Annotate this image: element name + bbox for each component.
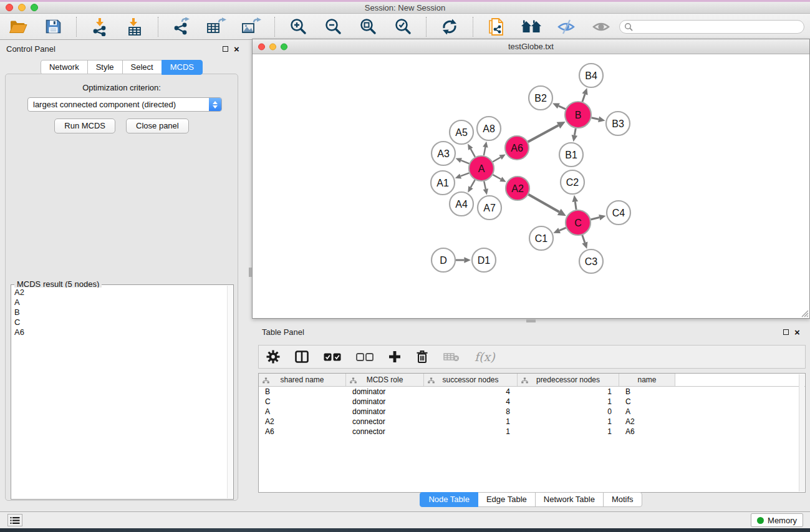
edge-A-A5[interactable] [471, 149, 475, 157]
close-window-button[interactable] [258, 43, 265, 50]
toolbar-separator [76, 17, 77, 37]
edge-A-A2[interactable] [493, 175, 501, 179]
zoom-fit-icon[interactable] [357, 16, 378, 37]
table-cell: 1 [424, 427, 518, 436]
app-titlebar: Session: New Session [0, 2, 810, 14]
clone-network-icon[interactable] [486, 16, 507, 37]
edge-A-A4[interactable] [471, 180, 475, 187]
tab-network[interactable]: Network [41, 60, 88, 75]
import-table-icon[interactable] [124, 16, 145, 37]
edge-arrowhead [572, 195, 579, 202]
table-row[interactable]: A6connector11A6 [259, 427, 805, 437]
gray-eye-icon[interactable] [591, 16, 612, 37]
zoom-in-icon[interactable] [287, 16, 309, 37]
table-scrollbar[interactable] [799, 374, 804, 491]
minimize-window-button[interactable] [18, 4, 26, 11]
edge-C-C2[interactable] [575, 201, 576, 210]
network-graph-canvas[interactable]: B4B2BB3A8A5A6A3B1AA1C2A2A4A7C4CC1C3DD1 [253, 54, 809, 318]
network-window-titlebar[interactable]: testGlobe.txt [253, 39, 809, 54]
edge-A-A8[interactable] [484, 147, 486, 155]
edge-C-C3[interactable] [582, 235, 585, 243]
zoom-window-button[interactable] [31, 4, 38, 11]
result-item[interactable]: A2 [12, 288, 226, 297]
run-mcds-button[interactable]: Run MCDS [54, 118, 115, 133]
float-panel-icon[interactable] [783, 329, 789, 335]
table-row[interactable]: Bdominator41B [259, 387, 805, 397]
edge-A-A7[interactable] [484, 181, 486, 190]
tab-style[interactable]: Style [87, 60, 123, 75]
close-window-button[interactable] [6, 4, 13, 11]
result-item[interactable]: A6 [12, 327, 226, 337]
result-scrollbar[interactable] [227, 286, 233, 498]
table-settings-gear-icon[interactable] [266, 347, 280, 366]
memory-button[interactable]: Memory [751, 513, 803, 527]
float-panel-icon[interactable] [223, 46, 228, 52]
tab-edge-table[interactable]: Edge Table [478, 492, 536, 507]
criterion-dropdown[interactable]: largest connected component (directed) [27, 97, 222, 112]
select-all-icon[interactable] [324, 347, 341, 366]
show-panels-list-button[interactable] [7, 514, 22, 526]
close-panel-button[interactable]: Close panel [126, 118, 189, 133]
search-input[interactable] [619, 20, 804, 34]
delete-column-icon[interactable] [416, 347, 428, 366]
table-cell: dominator [346, 407, 424, 416]
network-horizontal-scroll-thumb[interactable] [526, 319, 536, 322]
column-header-name[interactable]: name [619, 374, 675, 386]
memory-status-icon [757, 517, 764, 524]
export-image-icon[interactable] [241, 16, 262, 37]
export-table-icon[interactable] [206, 16, 227, 37]
table-cell: C [619, 397, 675, 406]
deselect-all-icon[interactable] [356, 347, 374, 366]
open-session-icon[interactable] [7, 16, 29, 37]
resize-grip[interactable] [800, 309, 809, 317]
home-views-icon[interactable] [521, 16, 542, 37]
refresh-icon[interactable] [439, 16, 460, 37]
node-label-A: A [478, 163, 485, 174]
tab-network-table[interactable]: Network Table [535, 492, 604, 507]
column-header-predecessor-nodes[interactable]: predecessor nodes [518, 374, 619, 386]
edge-B-B4[interactable] [582, 94, 585, 102]
zoom-out-icon[interactable] [322, 16, 344, 37]
minimize-window-button[interactable] [269, 43, 276, 50]
add-column-icon[interactable] [388, 347, 401, 366]
edge-B-B2[interactable] [559, 106, 566, 109]
tab-mcds[interactable]: MCDS [162, 60, 203, 75]
column-visibility-icon[interactable] [295, 347, 309, 366]
close-panel-icon[interactable]: × [794, 329, 800, 336]
result-item[interactable]: B [12, 307, 226, 317]
table-row[interactable]: A2connector11A2 [259, 417, 805, 427]
edge-A-A6[interactable] [493, 157, 500, 162]
function-builder-icon[interactable]: f(x) [475, 347, 495, 366]
edge-A2-C[interactable] [528, 195, 559, 212]
save-session-icon[interactable] [42, 16, 64, 37]
delete-table-icon[interactable] [443, 347, 460, 366]
edge-C-C1[interactable] [559, 228, 566, 230]
toolbar-separator [158, 17, 158, 37]
edge-A-A3[interactable] [461, 160, 469, 163]
table-cell: 8 [424, 407, 518, 416]
show-hide-blue-eye-icon[interactable] [556, 16, 577, 37]
column-header-successor-nodes[interactable]: successor nodes [424, 374, 518, 386]
result-item[interactable]: C [12, 317, 226, 327]
zoom-selected-icon[interactable] [392, 16, 413, 37]
result-item[interactable]: A [12, 297, 226, 307]
edge-A-A1[interactable] [461, 173, 470, 176]
edge-A6-B[interactable] [528, 125, 559, 142]
table-row[interactable]: Cdominator41C [259, 397, 805, 407]
column-header-shared-name[interactable]: shared name [259, 374, 346, 386]
zoom-window-button[interactable] [281, 43, 287, 50]
table-row[interactable]: Adominator80A [259, 407, 805, 417]
close-panel-icon[interactable]: × [234, 46, 239, 52]
edge-B-B1[interactable] [574, 128, 576, 135]
edge-C-C4[interactable] [591, 218, 599, 220]
table-cell: B [259, 387, 346, 396]
node-label-A6: A6 [511, 143, 523, 153]
import-network-icon[interactable] [89, 16, 110, 37]
tab-node-table[interactable]: Node Table [420, 492, 478, 507]
tab-select[interactable]: Select [122, 60, 162, 75]
network-vertical-scroll-thumb[interactable] [249, 268, 252, 277]
export-network-icon[interactable] [171, 16, 192, 37]
column-header-MCDS-role[interactable]: MCDS role [346, 374, 424, 386]
edge-B-B3[interactable] [591, 118, 599, 120]
tab-motifs[interactable]: Motifs [603, 492, 642, 507]
